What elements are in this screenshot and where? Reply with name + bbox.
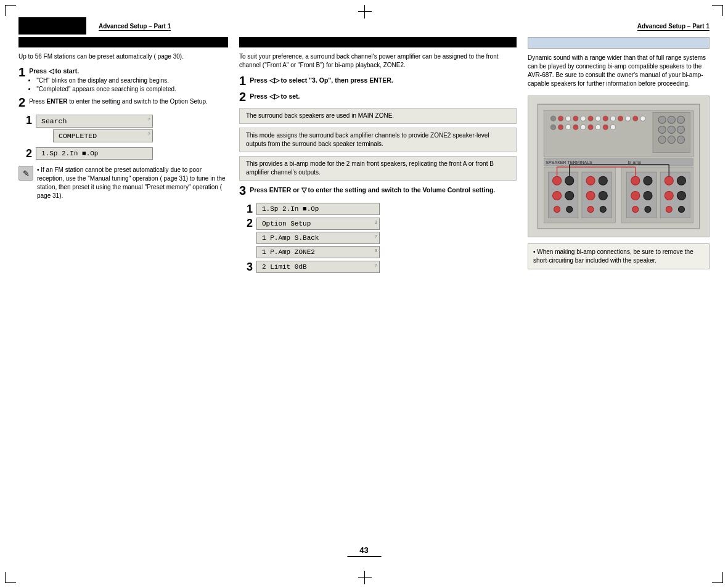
left-step1-bullets: "CH" blinks on the display and searching… [36, 76, 176, 94]
svg-point-58 [631, 191, 640, 200]
lcd-diagram-label1: 1 [26, 115, 32, 126]
left-step1-title: Press ◁ to start. [29, 67, 176, 75]
svg-point-16 [640, 116, 645, 121]
svg-point-25 [610, 125, 615, 129]
corner-mark-br [712, 572, 723, 583]
svg-point-51 [599, 191, 607, 200]
svg-point-14 [626, 116, 631, 121]
left-note-section: ✎ • If an FM station cannot be preset au… [18, 166, 228, 200]
mid-lcd5-box: 2 Limit 0dB ? [256, 261, 380, 273]
svg-point-63 [665, 176, 673, 185]
left-lcd-diagram: 1 Search ? COMPLETED ? [26, 115, 228, 160]
right-column: Dynamic sound with a range wider than th… [528, 37, 710, 539]
svg-point-32 [677, 126, 684, 133]
svg-point-57 [644, 176, 652, 185]
svg-point-11 [603, 116, 608, 121]
svg-point-45 [554, 206, 560, 213]
mid-lcd-step3: 3 2 Limit 0dB ? [247, 261, 517, 273]
mid-lcd4-box: 1 P.Amp ZONE2 3 [256, 246, 380, 258]
corner-mark-bl [5, 572, 16, 583]
svg-point-12 [610, 116, 615, 121]
avr-diagram: SPEAKER TERMINALS bi-amp [528, 96, 710, 237]
header-right: Advanced Setup – Part 1 [637, 22, 710, 30]
left-step2-block: 2 Press ENTER to enter the setting and s… [18, 97, 228, 108]
svg-point-44 [565, 191, 574, 200]
svg-point-66 [677, 191, 685, 200]
svg-point-56 [631, 176, 640, 185]
lcd-completed-box: COMPLETED ? [53, 129, 153, 142]
header-left: Advanced Setup – Part 1 [99, 22, 171, 30]
svg-point-13 [618, 116, 623, 121]
page-number: 43 [347, 545, 381, 555]
lcd-completed-mark: ? [147, 131, 150, 137]
svg-point-10 [595, 116, 600, 121]
svg-point-41 [552, 176, 561, 185]
mid-step3-number: 3 [239, 184, 246, 197]
page: Advanced Setup – Part 1 Advanced Setup –… [0, 0, 728, 588]
mid-step3-block: 3 Press ENTER or ▽ to enter the setting … [239, 186, 517, 197]
svg-point-31 [668, 126, 675, 133]
lcd-search-mark: ? [147, 116, 150, 122]
svg-point-18 [558, 125, 563, 129]
mid-lcd-step2: 2 Option Setup 3 1 P.Amp S.Back ? 1 P.Am… [247, 218, 517, 258]
lcd-search-box: Search ? [36, 115, 153, 128]
mid-step1-number: 1 [239, 75, 246, 87]
svg-point-50 [586, 191, 595, 200]
mid-step2-content: Press ◁▷ to set. [250, 92, 300, 101]
note-icon: ✎ [18, 166, 33, 181]
svg-point-15 [633, 116, 638, 121]
svg-point-59 [644, 191, 652, 200]
svg-point-8 [581, 116, 586, 121]
mid-lcd-label1: 1 [247, 203, 253, 214]
avr-svg: SPEAKER TERMINALS bi-amp [533, 101, 704, 232]
page-number-area: 43 [347, 545, 381, 557]
lcd-diagram-step2: 2 1.Sp 2.In ■.Op [26, 147, 228, 160]
mid-lcd-label3: 3 [247, 261, 253, 272]
left-section-header-bar [18, 37, 228, 47]
svg-point-24 [603, 125, 608, 129]
left-step1-bullet1: "CH" blinks on the display and searching… [36, 76, 176, 85]
svg-point-4 [550, 116, 555, 121]
svg-point-42 [565, 176, 574, 185]
svg-point-46 [566, 206, 573, 213]
svg-point-29 [677, 116, 684, 123]
svg-point-19 [566, 125, 571, 129]
svg-point-5 [558, 116, 563, 121]
svg-point-61 [645, 206, 651, 213]
svg-point-7 [573, 116, 578, 121]
lcd-boxes-step1: Search ? COMPLETED ? [36, 115, 153, 142]
mid-lcd5-mark: ? [374, 263, 377, 268]
right-note-box: • When making bi-amp connections, be sur… [528, 243, 710, 269]
corner-mark-tr [712, 5, 723, 16]
svg-point-33 [658, 136, 666, 144]
svg-point-64 [677, 176, 685, 185]
mid-info2: This mode assigns the surround back ampl… [239, 128, 517, 152]
left-step1-bullet2: "Completed" appears once searching is co… [36, 85, 176, 94]
svg-point-28 [668, 116, 675, 123]
svg-point-27 [658, 116, 666, 123]
mid-info1: The surround back speakers are used in M… [239, 108, 517, 124]
right-section-header-bar [528, 37, 710, 49]
svg-point-67 [666, 206, 672, 213]
left-note-text: • If an FM station cannot be preset auto… [37, 166, 228, 200]
corner-mark-tl [5, 5, 16, 16]
left-step1-content: Press ◁ to start. "CH" blinks on the dis… [29, 67, 176, 94]
mid-lcd4-mark: 3 [374, 248, 377, 253]
svg-point-30 [658, 126, 666, 133]
svg-point-65 [665, 191, 673, 200]
svg-point-43 [552, 191, 561, 200]
left-step2-number: 2 [18, 96, 25, 108]
svg-point-20 [573, 125, 578, 129]
svg-point-52 [587, 206, 594, 213]
mid-section-header-bar [239, 37, 517, 47]
svg-point-68 [678, 206, 684, 213]
svg-point-21 [581, 125, 586, 129]
right-intro-text: Dynamic sound with a range wider than th… [528, 54, 710, 88]
svg-point-17 [550, 125, 555, 129]
mid-lcd-step1: 1 1.Sp 2.In ■.Op [247, 203, 517, 215]
mid-intro-text: To suit your preference, a surround back… [239, 52, 517, 70]
mid-step2-number: 2 [239, 91, 246, 103]
lcd-completed-indent: COMPLETED ? [53, 129, 153, 142]
svg-text:SPEAKER TERMINALS: SPEAKER TERMINALS [546, 160, 592, 165]
svg-point-23 [595, 125, 600, 129]
